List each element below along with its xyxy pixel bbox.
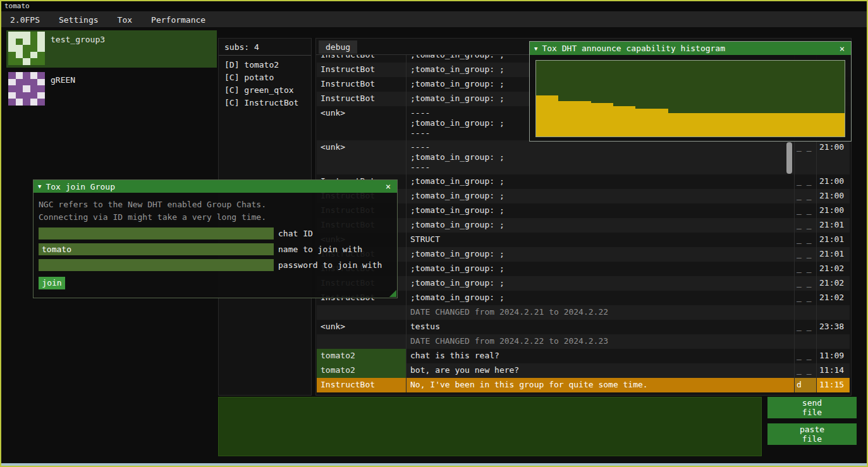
chat-message-row[interactable]: tomato2bot, are you new here?_ _11:14 xyxy=(317,363,850,378)
sender-name: InstructBot xyxy=(317,77,406,92)
message-time: 21:01 xyxy=(816,233,849,247)
field-row: password to join with xyxy=(39,259,392,271)
system-message-row[interactable]: DATE CHANGED from 2024.2.22 to 2024.2.23 xyxy=(317,334,850,349)
member-item[interactable]: [C] green_qtox xyxy=(219,84,311,97)
message-flags: _ _ xyxy=(794,247,816,262)
input-name-to-join-with[interactable]: tomato xyxy=(39,243,274,255)
message-time: 21:01 xyxy=(816,218,849,233)
histogram-bar xyxy=(558,101,569,136)
histogram-bar xyxy=(635,109,646,136)
histogram-bar xyxy=(812,113,822,136)
message-flags: _ _ xyxy=(794,320,816,334)
chat-message-row[interactable]: InstructBotNo, I've been in this group f… xyxy=(317,378,850,392)
system-message-row[interactable]: DATE CHANGED from 2024.2.21 to 2024.2.22 xyxy=(317,305,850,320)
message-flags: _ _ xyxy=(794,262,816,276)
histogram-bar xyxy=(690,113,701,136)
histogram-plot xyxy=(535,60,845,137)
histogram-window-titlebar[interactable]: ▼ Tox DHT announce capability histogram … xyxy=(530,42,851,55)
close-icon[interactable]: × xyxy=(384,181,393,191)
sender-name xyxy=(317,334,406,349)
message-text: ;tomato_in_group: ; xyxy=(406,174,794,189)
message-flags: d xyxy=(794,378,816,392)
sender-name: InstructBot xyxy=(317,63,406,77)
histogram-bar xyxy=(767,113,778,136)
message-flags: _ _ xyxy=(794,233,816,247)
sender-name: tomato2 xyxy=(317,363,406,378)
member-list: [D] tomato2[C] potato[C] green_qtox[C] I… xyxy=(219,59,311,109)
send-file-button[interactable]: send file xyxy=(767,397,857,418)
join-window-title: Tox join Group xyxy=(46,182,379,191)
group-name: test_group3 xyxy=(51,32,105,66)
histogram-bar xyxy=(735,113,745,136)
histogram-bar xyxy=(613,106,624,136)
message-time: 11:15 xyxy=(816,378,849,392)
histogram-bar xyxy=(569,101,580,136)
field-label: name to join with xyxy=(278,245,362,254)
sender-name: InstructBot xyxy=(317,92,406,106)
collapse-icon[interactable]: ▼ xyxy=(534,45,537,52)
message-text: ;tomato_in_group: ; xyxy=(406,262,794,276)
message-flags: _ _ xyxy=(794,363,816,378)
menu-item-2-0fps[interactable]: 2.0FPS xyxy=(5,14,45,26)
message-text: ;tomato_in_group: ; xyxy=(406,291,794,305)
join-button[interactable]: join xyxy=(39,277,65,289)
tab-debug[interactable]: debug xyxy=(319,40,357,54)
join-group-window: ▼ Tox join Group × NGC refers to the New… xyxy=(33,179,398,298)
histogram-bar xyxy=(646,109,657,136)
menu-item-settings[interactable]: Settings xyxy=(54,14,104,26)
histogram-window-title: Tox DHT announce capability histogram xyxy=(542,44,833,53)
member-item[interactable]: [C] InstructBot xyxy=(219,97,311,109)
message-time xyxy=(816,334,849,349)
group-item-test-group3[interactable]: test_group3 xyxy=(6,30,217,68)
app-window: tomato 2.0FPSSettingsToxPerformance test… xyxy=(0,0,868,467)
message-flags: _ _ xyxy=(794,276,816,291)
sender-name: <unk> xyxy=(317,320,406,334)
chat-message-row[interactable]: <unk>testus_ _23:38 xyxy=(317,320,850,334)
group-avatar-icon xyxy=(8,32,45,65)
message-text: bot, are you new here? xyxy=(406,363,794,378)
close-icon[interactable]: × xyxy=(838,44,847,54)
message-flags: _ _ xyxy=(794,291,816,305)
histogram-bar xyxy=(580,101,591,136)
resize-grip[interactable] xyxy=(388,289,396,297)
message-input[interactable] xyxy=(218,397,762,456)
join-info-line: NGC refers to the New DHT enabled Group … xyxy=(39,198,392,211)
menu-item-tox[interactable]: Tox xyxy=(113,14,137,26)
member-item[interactable]: [C] potato xyxy=(219,71,311,84)
menu-item-performance[interactable]: Performance xyxy=(146,14,211,26)
message-time xyxy=(816,305,849,320)
field-label: chat ID xyxy=(278,229,313,238)
input-chat-id[interactable] xyxy=(39,227,274,240)
join-window-body: NGC refers to the New DHT enabled Group … xyxy=(34,193,397,295)
message-time: 11:14 xyxy=(816,363,849,378)
input-password-to-join-with[interactable] xyxy=(39,259,274,271)
message-text: ;tomato_in_group: ; xyxy=(406,247,794,262)
separator xyxy=(219,55,311,56)
group-item-green[interactable]: gREEN xyxy=(6,71,217,108)
scrollbar-thumb[interactable] xyxy=(786,142,792,174)
group-name: gREEN xyxy=(51,72,75,107)
member-item[interactable]: [D] tomato2 xyxy=(219,59,311,71)
collapse-icon[interactable]: ▼ xyxy=(38,183,41,190)
join-window-titlebar[interactable]: ▼ Tox join Group × xyxy=(34,180,397,193)
histogram-bar xyxy=(668,113,679,136)
histogram-bar xyxy=(822,113,833,136)
message-time: 23:38 xyxy=(816,320,849,334)
histogram-bar xyxy=(790,113,800,136)
message-text: DATE CHANGED from 2024.2.22 to 2024.2.23 xyxy=(406,334,794,349)
histogram-window: ▼ Tox DHT announce capability histogram … xyxy=(529,41,852,142)
message-flags xyxy=(794,334,816,349)
histogram-plot-area xyxy=(535,60,845,137)
histogram-bar xyxy=(756,113,767,136)
chat-message-row[interactable]: <unk>---- ;tomato_in_group: ; ----_ _21:… xyxy=(317,140,850,174)
message-text: chat is this real? xyxy=(406,349,794,363)
window-title: tomato xyxy=(4,2,30,10)
message-text: testus xyxy=(406,320,794,334)
message-time: 21:00 xyxy=(816,189,849,203)
paste-file-button[interactable]: paste file xyxy=(767,423,857,445)
message-text: DATE CHANGED from 2024.2.21 to 2024.2.22 xyxy=(406,305,794,320)
chat-message-row[interactable]: tomato2chat is this real?_ _11:09 xyxy=(317,349,850,363)
message-text: ;tomato_in_group: ; xyxy=(406,276,794,291)
message-flags: _ _ xyxy=(794,174,816,189)
message-flags: _ _ xyxy=(794,203,816,218)
